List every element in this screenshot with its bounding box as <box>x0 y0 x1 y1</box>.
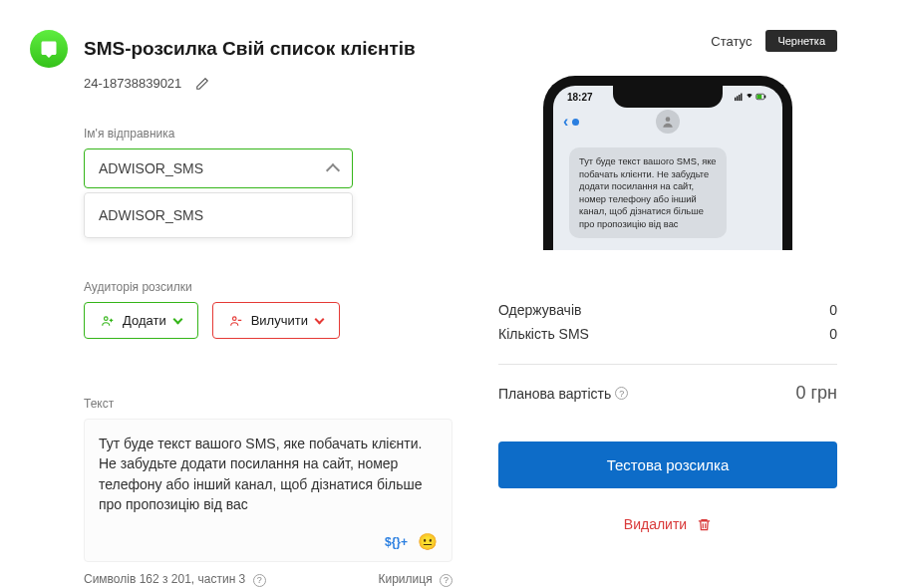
test-send-button[interactable]: Тестова розсилка <box>498 441 837 488</box>
text-label: Текст <box>84 397 458 411</box>
svg-rect-3 <box>737 96 738 101</box>
sms-text-input[interactable]: Тут буде текст вашого SMS, яке побачать … <box>84 419 453 562</box>
chevron-down-icon <box>314 315 324 325</box>
add-label: Додати <box>123 313 166 328</box>
sender-option[interactable]: ADWISOR_SMS <box>85 193 352 237</box>
remove-label: Вилучити <box>251 313 308 328</box>
status-badge: Чернетка <box>765 30 837 52</box>
campaign-id: 24-18738839021 <box>84 76 181 91</box>
delete-button[interactable]: Видалити <box>498 516 837 532</box>
divider <box>498 364 837 365</box>
cost-value: 0 грн <box>795 383 837 404</box>
sender-selected-value: ADWISOR_SMS <box>99 160 203 176</box>
svg-rect-4 <box>739 95 740 101</box>
sender-label: Ім'я відправника <box>30 127 458 141</box>
svg-point-9 <box>666 117 671 122</box>
audience-label: Аудиторія розсилки <box>84 280 458 294</box>
sms-preview-bubble: Тут буде текст вашого SMS, яке побачать … <box>569 147 727 238</box>
remove-audience-button[interactable]: Вилучити <box>212 302 340 339</box>
svg-point-0 <box>105 316 109 320</box>
svg-rect-2 <box>735 98 736 101</box>
svg-point-1 <box>232 316 236 320</box>
trash-icon <box>697 517 712 532</box>
edit-icon[interactable] <box>195 77 209 91</box>
svg-rect-7 <box>756 95 761 99</box>
sender-select[interactable]: ADWISOR_SMS <box>84 148 353 188</box>
phone-preview: 18:27 ‹ Тут буде текст вашого SMS, яке п… <box>543 76 792 250</box>
page-title: SMS-розсилка Свій список клієнтів <box>84 38 416 60</box>
sms-text-content: Тут буде текст вашого SMS, яке побачать … <box>99 434 438 514</box>
sms-count-value: 0 <box>829 326 837 342</box>
svg-rect-5 <box>741 94 742 101</box>
delete-label: Видалити <box>624 516 687 532</box>
avatar-icon <box>656 110 680 134</box>
chevron-up-icon <box>326 162 340 176</box>
user-plus-icon <box>101 314 115 328</box>
sender-dropdown: ADWISOR_SMS <box>84 192 353 238</box>
insert-variable-button[interactable]: ${}+ <box>385 535 408 549</box>
phone-notch <box>613 86 723 108</box>
sms-count-label: Кількість SMS <box>498 326 589 342</box>
char-counter: Символів 162 з 201, частин 3 ? <box>84 572 266 587</box>
chevron-down-icon <box>172 315 182 325</box>
encoding-label: Кирилиця ? <box>379 572 453 587</box>
status-label: Статус <box>711 34 752 49</box>
user-minus-icon <box>229 314 243 328</box>
phone-time: 18:27 <box>567 92 593 104</box>
sms-app-icon <box>30 30 68 68</box>
add-audience-button[interactable]: Додати <box>84 302 198 339</box>
recipients-label: Одержувачів <box>498 302 581 318</box>
recipients-value: 0 <box>829 302 837 318</box>
help-icon[interactable]: ? <box>615 387 628 400</box>
svg-rect-8 <box>764 96 765 99</box>
help-icon[interactable]: ? <box>253 574 266 587</box>
help-icon[interactable]: ? <box>440 574 453 587</box>
cost-label: Планова вартість ? <box>498 386 628 402</box>
emoji-button[interactable]: 😐 <box>418 532 438 551</box>
phone-signal-icons <box>735 92 768 104</box>
